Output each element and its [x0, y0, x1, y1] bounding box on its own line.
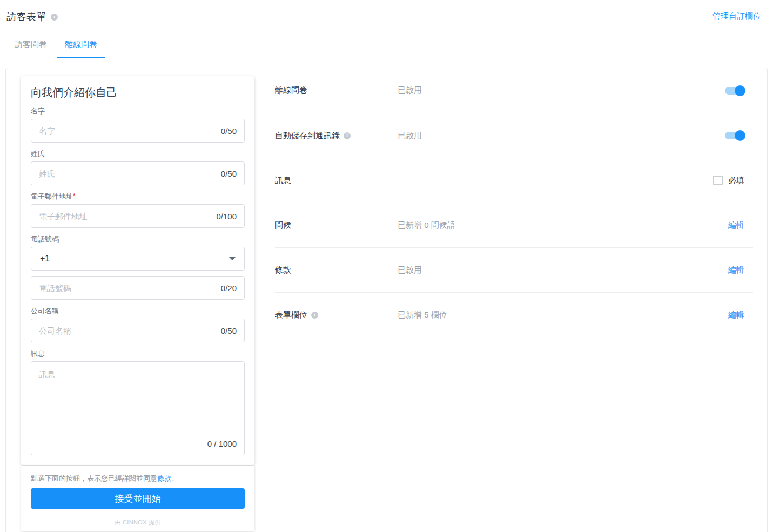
content-card: 向我們介紹你自己 名字 0/50 姓氏 0/50 電子郵件地址* 0/100 電… — [5, 68, 768, 532]
setting-status: 已新增 0 問候語 — [398, 220, 728, 231]
agreement-text: 點選下面的按鈕，表示您已經詳閱並同意條款。 — [31, 474, 245, 483]
info-icon[interactable] — [51, 14, 58, 21]
settings-row-auto-save-contacts: 自動儲存到通訊錄 已啟用 — [275, 113, 753, 158]
phone-field-box: 0/20 — [31, 276, 245, 300]
email-input[interactable] — [31, 205, 216, 227]
form-preview-title: 向我們介紹你自己 — [31, 76, 245, 100]
settings-row-message: 訊息 必填 — [275, 158, 753, 203]
chevron-down-icon — [229, 257, 236, 260]
page-header: 訪客表單 管理自訂欄位 — [0, 0, 773, 23]
message-counter: 0 / 1000 — [207, 439, 237, 448]
required-asterisk: * — [73, 192, 76, 200]
country-code-value: +1 — [40, 254, 50, 264]
visitor-form-settings-page: 訪客表單 管理自訂欄位 訪客問卷 離線問卷 向我們介紹你自己 名字 0/50 姓… — [0, 0, 773, 532]
last-name-label: 姓氏 — [31, 149, 245, 158]
email-label: 電子郵件地址* — [31, 192, 245, 201]
terms-link[interactable]: 條款 — [157, 474, 171, 482]
setting-label: 自動儲存到通訊錄 — [275, 131, 398, 141]
tab-offline-enquiry[interactable]: 離線問卷 — [57, 39, 105, 58]
first-name-field-box: 0/50 — [31, 119, 245, 143]
setting-status: 已啟用 — [398, 85, 725, 96]
tab-bar: 訪客問卷 離線問卷 — [6, 39, 773, 58]
powered-by-cinnox: 由 CINNOX 提供 — [21, 516, 254, 528]
settings-panel: 離線問卷 已啟用 自動儲存到通訊錄 已啟用 訊息 — [275, 68, 753, 337]
settings-row-form-fields: 表單欄位 已新增 5 欄位 編輯 — [275, 292, 753, 337]
message-required-checkbox-wrap: 必填 — [713, 176, 744, 186]
info-icon[interactable] — [344, 132, 351, 139]
toggle-knob — [735, 85, 745, 96]
setting-status: 已新增 5 欄位 — [398, 310, 728, 320]
settings-row-offline-enquiry: 離線問卷 已啟用 — [275, 68, 753, 113]
setting-label: 表單欄位 — [275, 310, 398, 320]
company-input[interactable] — [31, 319, 221, 342]
phone-input[interactable] — [31, 277, 221, 299]
message-required-checkbox[interactable] — [713, 176, 723, 185]
company-label: 公司名稱 — [31, 306, 245, 315]
info-icon[interactable] — [311, 312, 318, 319]
first-name-counter: 0/50 — [221, 126, 244, 136]
setting-label: 離線問卷 — [275, 85, 398, 96]
message-textarea[interactable] — [31, 362, 244, 436]
settings-row-terms: 條款 已啟用 編輯 — [275, 247, 753, 292]
setting-label: 條款 — [275, 265, 398, 275]
setting-status: 已啟用 — [398, 131, 725, 141]
setting-label: 問候 — [275, 220, 398, 231]
offline-enquiry-toggle[interactable] — [725, 87, 744, 95]
terms-edit-link[interactable]: 編輯 — [728, 265, 744, 275]
message-label: 訊息 — [31, 349, 245, 358]
page-title-wrap: 訪客表單 — [6, 10, 58, 23]
last-name-input[interactable] — [31, 162, 221, 185]
phone-counter: 0/20 — [221, 284, 244, 293]
email-field-box: 0/100 — [31, 204, 245, 228]
page-title: 訪客表單 — [6, 10, 46, 23]
first-name-input[interactable] — [31, 119, 221, 142]
manage-custom-fields-link[interactable]: 管理自訂欄位 — [712, 11, 761, 22]
first-name-label: 名字 — [31, 106, 245, 116]
greeting-edit-link[interactable]: 編輯 — [728, 220, 744, 231]
form-fields-edit-link[interactable]: 編輯 — [728, 310, 744, 320]
company-field-box: 0/50 — [31, 319, 245, 342]
country-code-select[interactable]: +1 — [31, 247, 245, 271]
toggle-knob — [735, 130, 745, 141]
message-field-box: 0 / 1000 — [31, 361, 245, 455]
settings-row-greeting: 問候 已新增 0 問候語 編輯 — [275, 203, 753, 247]
last-name-counter: 0/50 — [221, 169, 244, 178]
accept-and-start-button[interactable]: 接受並開始 — [31, 488, 245, 509]
setting-label: 訊息 — [275, 176, 398, 186]
last-name-field-box: 0/50 — [31, 161, 245, 185]
form-preview-card: 向我們介紹你自己 名字 0/50 姓氏 0/50 電子郵件地址* 0/100 電… — [21, 76, 254, 465]
phone-label: 電話號碼 — [31, 234, 245, 244]
required-checkbox-label: 必填 — [728, 176, 744, 186]
email-counter: 0/100 — [216, 212, 244, 221]
company-counter: 0/50 — [221, 326, 244, 335]
auto-save-contacts-toggle[interactable] — [725, 132, 744, 139]
setting-status: 已啟用 — [398, 265, 728, 275]
form-preview-footer: 點選下面的按鈕，表示您已經詳閱並同意條款。 接受並開始 由 CINNOX 提供 — [21, 466, 254, 531]
tab-visitor-enquiry[interactable]: 訪客問卷 — [6, 39, 55, 58]
